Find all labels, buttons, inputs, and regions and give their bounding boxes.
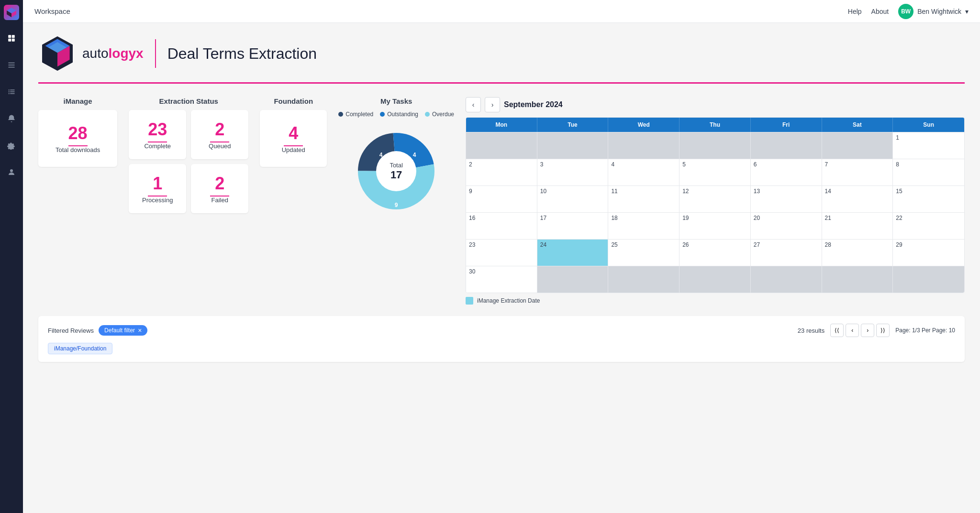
filter-tag[interactable]: Default filter × [99,325,147,336]
sidebar [0,0,23,513]
cal-cell-15[interactable]: 15 [893,186,964,212]
legend-overdue: Overdue [425,111,454,118]
filter-tag-close-icon[interactable]: × [138,327,142,334]
cal-cell-28[interactable]: 28 [822,240,893,266]
calendar-body: 1 2 3 4 5 6 7 8 [466,132,964,293]
pagination-prev-button[interactable]: ‹ [846,324,859,337]
cal-cell-19[interactable]: 19 [679,213,751,239]
cal-cell[interactable] [751,132,822,159]
pagination-next-button[interactable]: › [861,324,874,337]
sidebar-item-notifications[interactable] [3,110,20,127]
cal-header-mon: Mon [466,118,537,132]
cal-cell-24[interactable]: 24 [537,240,609,266]
cal-cell-6[interactable]: 6 [751,159,822,186]
cal-cell-16[interactable]: 16 [466,213,537,239]
extraction-title: Extraction Status [129,97,248,105]
cal-cell-1[interactable]: 1 [893,132,964,159]
extraction-queued-label: Queued [202,142,237,150]
cal-cell-23[interactable]: 23 [466,240,537,266]
cal-cell-14[interactable]: 14 [822,186,893,212]
svg-rect-6 [12,39,15,42]
results-count: 23 results [798,327,824,334]
donut-total-value: 17 [390,169,402,181]
cal-cell-7[interactable]: 7 [822,159,893,186]
calendar-next-button[interactable]: › [485,97,500,112]
cal-cell-22[interactable]: 22 [893,213,964,239]
filtered-reviews-header: Filtered Reviews Default filter × 23 res… [48,324,955,337]
cal-cell-5[interactable]: 5 [679,159,751,186]
cal-cell-3[interactable]: 3 [537,159,609,186]
pagination-last-button[interactable]: ⟩⟩ [876,324,890,337]
svg-rect-8 [8,65,15,65]
cal-header-fri: Fri [751,118,822,132]
cal-cell-12[interactable]: 12 [679,186,751,212]
extraction-grid: 23 Complete 2 Queued 1 Processing [129,110,248,213]
calendar-prev-button[interactable]: ‹ [466,97,481,112]
about-link[interactable]: About [871,8,889,15]
cal-cell[interactable] [608,132,679,159]
pagination-first-button[interactable]: ⟨⟨ [830,324,844,337]
cal-cell-9[interactable]: 9 [466,186,537,212]
help-link[interactable]: Help [848,8,862,15]
extraction-failed-card: 2 Failed [191,164,248,213]
chevron-down-icon: ▾ [965,8,969,15]
legend-completed-dot [338,112,343,117]
imanage-foundation-tag[interactable]: iManage/Foundation [48,343,112,354]
cal-cell[interactable] [679,132,751,159]
cal-cell-26[interactable]: 26 [679,240,751,266]
cal-header-thu: Thu [679,118,751,132]
cal-week-3: 9 10 11 12 13 14 15 [466,186,964,212]
legend-outstanding-dot [380,112,385,117]
extraction-complete-card: 23 Complete [129,110,186,159]
cal-cell-25[interactable]: 25 [608,240,679,266]
sidebar-item-list[interactable] [3,83,20,100]
cal-week-5: 23 24 25 26 27 28 29 [466,239,964,266]
user-menu[interactable]: BW Ben Wightwick ▾ [898,4,969,19]
cal-cell-21[interactable]: 21 [822,213,893,239]
cal-header-sun: Sun [893,118,964,132]
page-header: autologyx Deal Terms Extraction [38,34,965,84]
extraction-processing-value: 1 [140,174,175,194]
cal-header-sat: Sat [822,118,893,132]
cal-cell[interactable] [537,266,609,293]
tasks-legend: Completed Outstanding Overdue [338,111,454,118]
svg-point-14 [9,93,10,94]
cal-header-tue: Tue [537,118,609,132]
brand-logo [38,34,77,73]
svg-text:4: 4 [413,152,416,158]
cal-cell-2[interactable]: 2 [466,159,537,186]
calendar-section: ‹ › September 2024 Mon Tue Wed Thu Fri S… [466,97,965,305]
cal-cell[interactable] [893,266,964,293]
cal-cell-29[interactable]: 29 [893,240,964,266]
imanage-foundation-tag-wrapper: iManage/Foundation [48,343,955,354]
cal-cell[interactable] [679,266,751,293]
cal-cell[interactable] [751,266,822,293]
svg-rect-3 [8,35,11,38]
filtered-right: 23 results ⟨⟨ ‹ › ⟩⟩ Page: 1/3 Per Page:… [798,324,955,337]
sidebar-item-workspace[interactable] [3,30,20,47]
page-content: autologyx Deal Terms Extraction iManage … [23,23,980,513]
filtered-left: Filtered Reviews Default filter × [48,325,147,336]
cal-cell-17[interactable]: 17 [537,213,609,239]
svg-text:9: 9 [395,202,398,208]
donut-center: Total 17 [390,162,402,181]
sidebar-item-tasks[interactable] [3,56,20,74]
cal-cell-30[interactable]: 30 [466,266,537,293]
cal-cell[interactable] [822,132,893,159]
cal-cell[interactable] [822,266,893,293]
cal-cell-20[interactable]: 20 [751,213,822,239]
svg-point-12 [9,91,10,92]
cal-cell-27[interactable]: 27 [751,240,822,266]
cal-cell[interactable] [466,132,537,159]
calendar-legend: iManage Extraction Date [466,297,965,305]
cal-cell-8[interactable]: 8 [893,159,964,186]
cal-cell-4[interactable]: 4 [608,159,679,186]
cal-cell[interactable] [537,132,609,159]
cal-cell-11[interactable]: 11 [608,186,679,212]
cal-cell[interactable] [608,266,679,293]
cal-cell-13[interactable]: 13 [751,186,822,212]
sidebar-item-settings[interactable] [3,137,20,154]
cal-cell-10[interactable]: 10 [537,186,609,212]
cal-cell-18[interactable]: 18 [608,213,679,239]
sidebar-item-profile[interactable] [3,164,20,181]
